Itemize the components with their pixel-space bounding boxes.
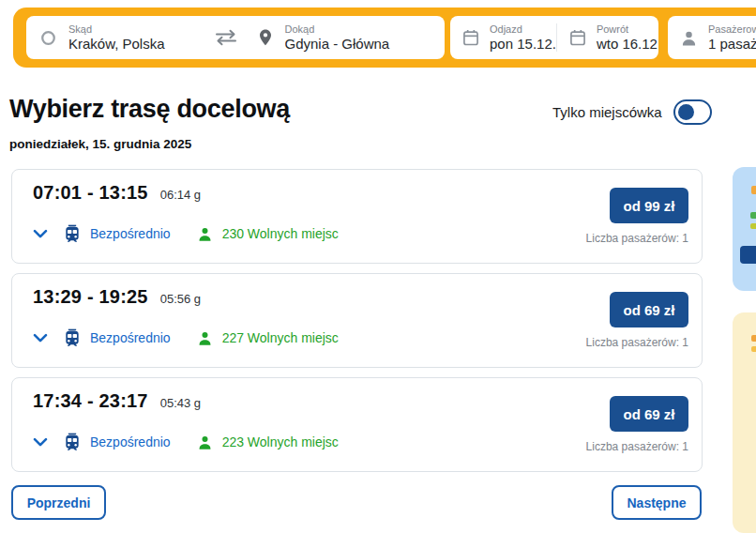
connection-details-row: Bezpośrednio 223 Wolnych miejsc bbox=[33, 431, 339, 453]
search-bar: Skąd Kraków, Polska Dokąd Gdynia - Główn… bbox=[13, 8, 756, 68]
connection-card: 17:34 - 23:17 05:43 g B bbox=[11, 377, 703, 472]
panel-fragment bbox=[751, 186, 756, 194]
origin-value: Kraków, Polska bbox=[68, 36, 214, 52]
origin-circle-icon bbox=[39, 29, 57, 47]
connection-type[interactable]: Bezpośrednio bbox=[90, 226, 171, 241]
seats-person-icon bbox=[196, 329, 214, 347]
destination-label: Dokąd bbox=[285, 23, 431, 36]
connection-card: 13:29 - 19:25 05:56 g B bbox=[11, 273, 703, 368]
departure-value: pon 15.12. bbox=[490, 36, 556, 52]
price-button[interactable]: od 69 zł bbox=[610, 292, 688, 327]
train-icon bbox=[63, 328, 82, 348]
origin-field[interactable]: Skąd Kraków, Polska bbox=[68, 23, 214, 52]
passenger-icon bbox=[679, 28, 699, 48]
side-panel-promo[interactable] bbox=[733, 312, 756, 533]
seat-only-toggle-row: Tylko miejscówka bbox=[552, 98, 712, 126]
time-row: 17:34 - 23:17 05:43 g bbox=[33, 390, 201, 412]
connection-type[interactable]: Bezpośrednio bbox=[90, 330, 171, 345]
passengers-box[interactable]: Pasażerowie 1 pasażer bbox=[668, 16, 756, 59]
train-icon bbox=[63, 224, 82, 244]
return-label: Powrót bbox=[597, 23, 658, 36]
departure-label: Odjazd bbox=[490, 23, 556, 36]
time-row: 07:01 - 13:15 06:14 g bbox=[33, 182, 201, 204]
connection-duration: 05:43 g bbox=[160, 396, 201, 410]
dates-box: Odjazd pon 15.12. Powrót wto 16.12 ✕ bbox=[450, 16, 658, 59]
free-seats: 227 Wolnych miejsc bbox=[222, 330, 339, 345]
chevron-down-icon[interactable] bbox=[33, 437, 48, 448]
route-search-box: Skąd Kraków, Polska Dokąd Gdynia - Główn… bbox=[26, 16, 445, 59]
results-list: 07:01 - 13:15 06:14 g B bbox=[11, 169, 703, 472]
train-icon bbox=[63, 433, 82, 452]
calendar-icon bbox=[461, 28, 480, 47]
passengers-value: 1 pasażer bbox=[708, 36, 756, 52]
time-row: 13:29 - 19:25 05:56 g bbox=[33, 286, 201, 308]
panel-fragment bbox=[750, 212, 756, 219]
connection-times: 17:34 - 23:17 bbox=[33, 390, 148, 412]
passenger-count-note: Liczba pasażerów: 1 bbox=[586, 440, 688, 453]
calendar-icon bbox=[568, 28, 587, 47]
price-button[interactable]: od 99 zł bbox=[610, 188, 688, 223]
free-seats: 230 Wolnych miejsc bbox=[222, 226, 339, 241]
next-button[interactable]: Następne bbox=[612, 485, 702, 520]
destination-field[interactable]: Dokąd Gdynia - Główna bbox=[285, 23, 431, 52]
connection-times: 07:01 - 13:15 bbox=[33, 182, 148, 204]
page-title: Wybierz trasę docelową bbox=[9, 95, 290, 124]
panel-fragment bbox=[750, 223, 756, 229]
chevron-down-icon[interactable] bbox=[33, 229, 48, 239]
passengers-label: Pasażerowie bbox=[708, 23, 756, 36]
connection-type[interactable]: Bezpośrednio bbox=[90, 434, 171, 449]
return-value: wto 16.12 bbox=[597, 36, 658, 52]
page: Skąd Kraków, Polska Dokąd Gdynia - Główn… bbox=[0, 0, 756, 533]
connection-times: 13:29 - 19:25 bbox=[33, 286, 148, 308]
panel-fragment bbox=[751, 346, 756, 352]
seat-only-toggle[interactable] bbox=[673, 99, 712, 125]
origin-label: Skąd bbox=[68, 23, 214, 36]
chevron-down-icon[interactable] bbox=[33, 333, 48, 343]
side-panel-info[interactable] bbox=[733, 167, 756, 291]
return-date-field[interactable]: Powrót wto 16.12 ✕ bbox=[557, 23, 680, 52]
toggle-knob bbox=[678, 104, 694, 120]
departure-date-field[interactable]: Odjazd pon 15.12. bbox=[450, 23, 557, 52]
destination-value: Gdynia - Główna bbox=[285, 36, 431, 52]
connection-details-row: Bezpośrednio 227 Wolnych miejsc bbox=[33, 327, 339, 349]
passenger-count-note: Liczba pasażerów: 1 bbox=[586, 336, 688, 349]
seats-person-icon bbox=[196, 225, 214, 243]
price-button[interactable]: od 69 zł bbox=[610, 396, 688, 432]
panel-fragment bbox=[751, 335, 756, 342]
free-seats: 223 Wolnych miejsc bbox=[222, 434, 339, 449]
previous-button[interactable]: Poprzedni bbox=[11, 485, 106, 520]
destination-pin-icon bbox=[257, 28, 274, 47]
passenger-count-note: Liczba pasażerów: 1 bbox=[586, 232, 688, 245]
connection-card: 07:01 - 13:15 06:14 g B bbox=[11, 169, 703, 264]
connection-duration: 05:56 g bbox=[160, 292, 201, 306]
connection-details-row: Bezpośrednio 230 Wolnych miejsc bbox=[33, 222, 339, 245]
swap-stations-icon[interactable] bbox=[214, 29, 238, 46]
seat-only-toggle-label: Tylko miejscówka bbox=[552, 104, 662, 120]
seats-person-icon bbox=[196, 434, 214, 451]
panel-button-fragment bbox=[740, 246, 756, 264]
results-date-header: poniedziałek, 15. grudnia 2025 bbox=[9, 137, 191, 151]
connection-duration: 06:14 g bbox=[160, 188, 201, 202]
